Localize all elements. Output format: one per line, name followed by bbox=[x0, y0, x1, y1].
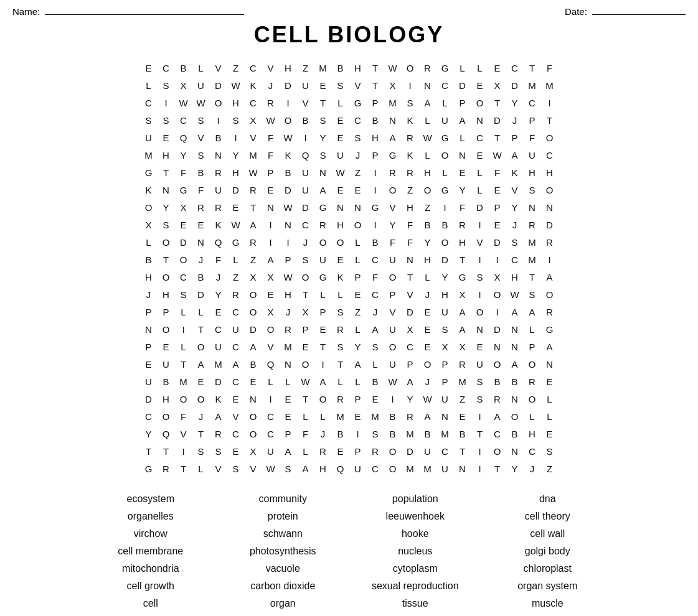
grid-cell: J bbox=[140, 286, 158, 303]
grid-cell: X bbox=[402, 320, 419, 338]
grid-cell: R bbox=[262, 94, 280, 111]
grid-cell: M bbox=[419, 460, 436, 477]
header-row: Name: Date: bbox=[12, 6, 686, 17]
grid-cell: B bbox=[367, 233, 384, 251]
word-item: population bbox=[352, 492, 479, 506]
grid-cell: P bbox=[524, 111, 541, 129]
word-item: sexual reproduction bbox=[352, 579, 479, 593]
grid-cell: X bbox=[262, 303, 280, 320]
grid-cell: A bbox=[280, 442, 297, 460]
grid-cell: C bbox=[367, 251, 384, 268]
grid-cell: R bbox=[245, 233, 262, 251]
grid-cell: B bbox=[506, 373, 524, 390]
grid-cell: O bbox=[419, 181, 436, 198]
grid-cell: J bbox=[524, 460, 541, 477]
grid-cell: P bbox=[384, 286, 402, 303]
grid-cell: W bbox=[419, 129, 436, 146]
grid-cell: X bbox=[175, 198, 192, 216]
grid-cell: R bbox=[384, 164, 402, 181]
grid-cell: E bbox=[419, 320, 436, 338]
grid-cell: B bbox=[454, 425, 471, 442]
grid-cell: A bbox=[210, 408, 227, 425]
grid-cell: U bbox=[210, 338, 227, 355]
grid-cell: Y bbox=[210, 286, 227, 303]
grid-cell: U bbox=[314, 251, 332, 268]
grid-cell: E bbox=[192, 373, 210, 390]
grid-cell: W bbox=[262, 460, 280, 477]
grid-cell: E bbox=[332, 251, 349, 268]
grid-cell: N bbox=[506, 338, 524, 355]
grid-cell: S bbox=[332, 338, 349, 355]
grid-cell: L bbox=[332, 373, 349, 390]
word-item: organelles bbox=[88, 510, 214, 523]
grid-cell: V bbox=[349, 77, 367, 94]
grid-cell: V bbox=[227, 408, 245, 425]
grid-cell: C bbox=[262, 425, 280, 442]
grid-cell: O bbox=[297, 355, 314, 373]
grid-cell: Z bbox=[227, 59, 245, 77]
word-item: muscle bbox=[484, 597, 611, 610]
grid-cell: N bbox=[349, 198, 367, 216]
grid-cell: U bbox=[419, 442, 436, 460]
grid-cell: L bbox=[419, 111, 436, 129]
grid-cell: R bbox=[210, 198, 227, 216]
grid-cell: P bbox=[349, 268, 367, 286]
grid-cell: Y bbox=[506, 94, 524, 111]
grid-cell: R bbox=[192, 198, 210, 216]
grid-cell: L bbox=[192, 303, 210, 320]
grid-cell: E bbox=[262, 286, 280, 303]
grid-cell: Y bbox=[506, 460, 524, 477]
grid-cell: E bbox=[227, 390, 245, 408]
grid-cell: K bbox=[332, 268, 349, 286]
grid-cell: S bbox=[349, 129, 367, 146]
grid-cell: H bbox=[367, 129, 384, 146]
grid-cell: D bbox=[280, 181, 297, 198]
grid-cell: T bbox=[489, 129, 506, 146]
grid-cell: C bbox=[227, 425, 245, 442]
grid-cell: R bbox=[210, 164, 227, 181]
grid-cell: P bbox=[436, 355, 454, 373]
grid-cell: Q bbox=[262, 355, 280, 373]
grid-cell: O bbox=[192, 390, 210, 408]
grid-cell: E bbox=[314, 320, 332, 338]
grid-cell: O bbox=[158, 268, 175, 286]
grid-cell: U bbox=[227, 320, 245, 338]
grid-cell: N bbox=[402, 251, 419, 268]
grid-cell: C bbox=[367, 286, 384, 303]
grid-cell: T bbox=[489, 94, 506, 111]
grid-cell: R bbox=[489, 390, 506, 408]
grid-cell: S bbox=[158, 77, 175, 94]
grid-cell: O bbox=[349, 216, 367, 233]
grid-cell: N bbox=[541, 198, 559, 216]
grid-cell: C bbox=[140, 408, 158, 425]
grid-cell: C bbox=[227, 303, 245, 320]
grid-cell: D bbox=[280, 77, 297, 94]
grid-cell: Y bbox=[175, 146, 192, 164]
grid-cell: J bbox=[280, 303, 297, 320]
grid-cell: I bbox=[210, 111, 227, 129]
grid-cell: E bbox=[332, 111, 349, 129]
grid-cell: F bbox=[175, 164, 192, 181]
grid-cell: A bbox=[384, 129, 402, 146]
grid-cell: U bbox=[140, 129, 158, 146]
grid-cell: J bbox=[419, 286, 436, 303]
grid-cell: V bbox=[506, 181, 524, 198]
grid-cell: I bbox=[280, 94, 297, 111]
grid-cell: S bbox=[192, 111, 210, 129]
grid-cell: Z bbox=[349, 303, 367, 320]
grid-cell: T bbox=[332, 355, 349, 373]
grid-cell: L bbox=[524, 408, 541, 425]
grid-cell: I bbox=[471, 460, 489, 477]
grid-cell: E bbox=[332, 442, 349, 460]
grid-cell: J bbox=[367, 303, 384, 320]
grid-cell: W bbox=[280, 268, 297, 286]
grid-cell: C bbox=[506, 251, 524, 268]
grid-cell: E bbox=[471, 338, 489, 355]
grid-cell: U bbox=[332, 146, 349, 164]
grid-cell: E bbox=[175, 216, 192, 233]
grid-cell: E bbox=[332, 181, 349, 198]
grid-cell: I bbox=[314, 355, 332, 373]
word-item: cell bbox=[88, 597, 214, 610]
grid-cell: G bbox=[541, 320, 559, 338]
grid-cell: T bbox=[297, 286, 314, 303]
